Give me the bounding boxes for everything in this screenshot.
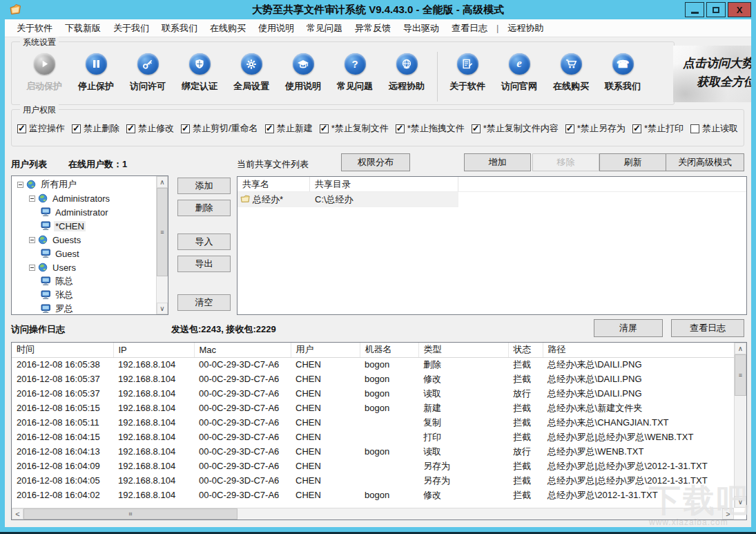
view-log-button[interactable]: 查看日志 bbox=[671, 319, 744, 337]
checkbox-*禁止复制文件[interactable]: *禁止复制文件 bbox=[320, 122, 389, 135]
checkbox-checked-icon[interactable] bbox=[396, 124, 405, 133]
checkbox-*禁止复制文件内容[interactable]: *禁止复制文件内容 bbox=[472, 122, 559, 135]
checkbox-checked-icon[interactable] bbox=[472, 124, 481, 133]
menu-item[interactable]: 异常反馈 bbox=[349, 20, 397, 37]
share-remove-button[interactable]: 移除 bbox=[532, 153, 599, 171]
tool-remote-assist[interactable]: 远程协助 bbox=[384, 50, 429, 93]
menu-item[interactable]: 使用说明 bbox=[252, 20, 300, 37]
tool-faq[interactable]: ?常见问题 bbox=[332, 50, 378, 93]
share-refresh-button[interactable]: 刷新 bbox=[599, 153, 666, 171]
checkbox-禁止修改[interactable]: 禁止修改 bbox=[126, 122, 174, 135]
tool-bind-auth[interactable]: 绑定认证 bbox=[177, 50, 222, 93]
tool-visit-website[interactable]: e访问官网 bbox=[496, 50, 542, 93]
checkbox-禁止剪切/重命名[interactable]: 禁止剪切/重命名 bbox=[181, 122, 258, 135]
tree-item[interactable]: Administrator bbox=[12, 205, 156, 219]
tool-usage-guide[interactable]: 使用说明 bbox=[280, 50, 326, 93]
log-row[interactable]: 2016-12-08 16:04:13192.168.8.10400-0C-29… bbox=[12, 444, 734, 459]
tree-item[interactable]: Administrators bbox=[12, 191, 156, 205]
checkbox-checked-icon[interactable] bbox=[565, 124, 574, 133]
tree-item[interactable]: Guests bbox=[12, 233, 156, 247]
log-row[interactable]: 2016-12-08 16:05:11192.168.8.10400-0C-29… bbox=[12, 415, 734, 430]
tool-about-software[interactable]: 关于软件 bbox=[445, 50, 490, 93]
menu-item[interactable]: 在线购买 bbox=[204, 20, 252, 37]
checkbox-checked-icon[interactable] bbox=[72, 124, 81, 133]
menu-item[interactable]: 远程协助 bbox=[501, 20, 550, 37]
scroll-down-icon[interactable]: ∨ bbox=[157, 303, 168, 314]
log-row[interactable]: 2016-12-08 16:04:05192.168.8.10400-0C-29… bbox=[12, 473, 734, 488]
log-h-scrollbar[interactable]: < ≡ > bbox=[12, 508, 734, 519]
scroll-up-icon[interactable]: ∧ bbox=[735, 343, 746, 354]
column-path[interactable]: 路径 bbox=[543, 343, 734, 357]
scrollbar-thumb[interactable]: ≡ bbox=[23, 508, 238, 519]
checkbox-*禁止打印[interactable]: *禁止打印 bbox=[632, 122, 684, 135]
column-share-directory[interactable]: 共享目录 bbox=[310, 177, 458, 191]
column-user[interactable]: 用户 bbox=[291, 343, 360, 357]
clear-button[interactable]: 清空 bbox=[177, 294, 231, 311]
expander-collapse-icon[interactable] bbox=[29, 196, 35, 202]
scroll-down-icon[interactable]: ∨ bbox=[735, 496, 746, 508]
column-mac[interactable]: Mac bbox=[194, 343, 291, 357]
add-user-button[interactable]: 添加 bbox=[177, 178, 231, 194]
menu-item[interactable]: 查看日志 bbox=[445, 20, 494, 37]
menu-item[interactable]: 关于软件 bbox=[10, 20, 59, 37]
menu-item[interactable]: 导出驱动 bbox=[397, 20, 445, 37]
permission-distribution-button[interactable]: 权限分布 bbox=[341, 153, 410, 171]
checkbox-禁止读取[interactable]: 禁止读取 bbox=[690, 122, 738, 135]
column-share-name[interactable]: 共享名 bbox=[238, 177, 310, 191]
clear-screen-button[interactable]: 清屏 bbox=[594, 319, 663, 337]
menu-item[interactable]: 联系我们 bbox=[155, 20, 204, 37]
column-time[interactable]: 时间 bbox=[12, 343, 113, 357]
scroll-left-icon[interactable]: < bbox=[12, 508, 23, 519]
menu-item[interactable]: 常见问题 bbox=[300, 20, 349, 37]
tree-item[interactable]: Users bbox=[12, 260, 156, 274]
tool-contact-us[interactable]: ☎联系我们 bbox=[600, 50, 646, 93]
import-button[interactable]: 导入 bbox=[177, 233, 231, 250]
checkbox-禁止新建[interactable]: 禁止新建 bbox=[265, 122, 313, 135]
expander-collapse-icon[interactable] bbox=[17, 182, 23, 188]
scroll-right-icon[interactable]: > bbox=[722, 508, 734, 519]
close-advanced-mode-button[interactable]: 关闭高级模式 bbox=[666, 153, 744, 171]
tree-item[interactable]: 所有用户 bbox=[12, 178, 156, 191]
column-status[interactable]: 状态 bbox=[508, 343, 543, 357]
share-row[interactable]: 总经办* C:\总经办 bbox=[238, 192, 746, 207]
log-v-scrollbar[interactable]: ∧ ≡ ∨ bbox=[734, 343, 746, 508]
checkbox-*禁止另存为[interactable]: *禁止另存为 bbox=[565, 122, 626, 135]
checkbox-checked-icon[interactable] bbox=[126, 124, 135, 133]
close-button[interactable]: X bbox=[728, 2, 751, 17]
column-ip[interactable]: IP bbox=[113, 343, 194, 357]
expander-collapse-icon[interactable] bbox=[29, 237, 35, 243]
tree-item[interactable]: Guest bbox=[12, 247, 156, 260]
tool-stop-protection[interactable]: 停止保护 bbox=[73, 50, 119, 93]
tree-item[interactable]: *CHEN bbox=[12, 219, 156, 233]
scrollbar-thumb[interactable]: ≡ bbox=[157, 188, 168, 276]
checkbox-禁止删除[interactable]: 禁止删除 bbox=[72, 122, 119, 135]
scroll-up-icon[interactable]: ∧ bbox=[157, 176, 168, 188]
checkbox-unchecked-icon[interactable] bbox=[690, 124, 699, 133]
tree-item[interactable]: 陈总 bbox=[12, 274, 156, 288]
tool-start-protection[interactable]: 启动保护 bbox=[21, 50, 67, 93]
tool-access-permit[interactable]: 访问许可 bbox=[125, 50, 171, 93]
expander-collapse-icon[interactable] bbox=[29, 265, 35, 271]
tool-global-settings[interactable]: 全局设置 bbox=[229, 50, 274, 93]
column-type[interactable]: 类型 bbox=[418, 343, 508, 357]
log-row[interactable]: 2016-12-08 16:05:38192.168.8.10400-0C-29… bbox=[12, 357, 734, 372]
checkbox-监控操作[interactable]: 监控操作 bbox=[17, 122, 65, 135]
tree-item[interactable]: 罗总 bbox=[12, 302, 156, 315]
menu-item[interactable]: 关于我们 bbox=[107, 20, 155, 37]
checkbox-checked-icon[interactable] bbox=[181, 124, 190, 133]
scrollbar-thumb[interactable]: ≡ bbox=[735, 354, 746, 396]
checkbox-checked-icon[interactable] bbox=[632, 124, 641, 133]
log-row[interactable]: 2016-12-08 16:04:02192.168.8.10400-0C-29… bbox=[12, 488, 734, 502]
user-tree-scrollbar[interactable]: ∧ ≡ ∨ bbox=[156, 176, 168, 314]
log-row[interactable]: 2016-12-08 16:04:09192.168.8.10400-0C-29… bbox=[12, 459, 734, 473]
menu-item[interactable]: 下载新版 bbox=[59, 20, 107, 37]
promo-banner[interactable]: 点击访问大势 获取全方位 bbox=[673, 46, 751, 102]
log-row[interactable]: 2016-12-08 16:05:37192.168.8.10400-0C-29… bbox=[12, 372, 734, 386]
maximize-button[interactable] bbox=[706, 2, 726, 17]
checkbox-checked-icon[interactable] bbox=[265, 124, 274, 133]
tree-item[interactable]: 张总 bbox=[12, 288, 156, 302]
log-row[interactable]: 2016-12-08 16:05:37192.168.8.10400-0C-29… bbox=[12, 386, 734, 401]
log-row[interactable]: 2016-12-08 16:05:15192.168.8.10400-0C-29… bbox=[12, 401, 734, 415]
checkbox-*禁止拖拽文件[interactable]: *禁止拖拽文件 bbox=[396, 122, 465, 135]
tool-online-buy[interactable]: 在线购买 bbox=[548, 50, 594, 93]
